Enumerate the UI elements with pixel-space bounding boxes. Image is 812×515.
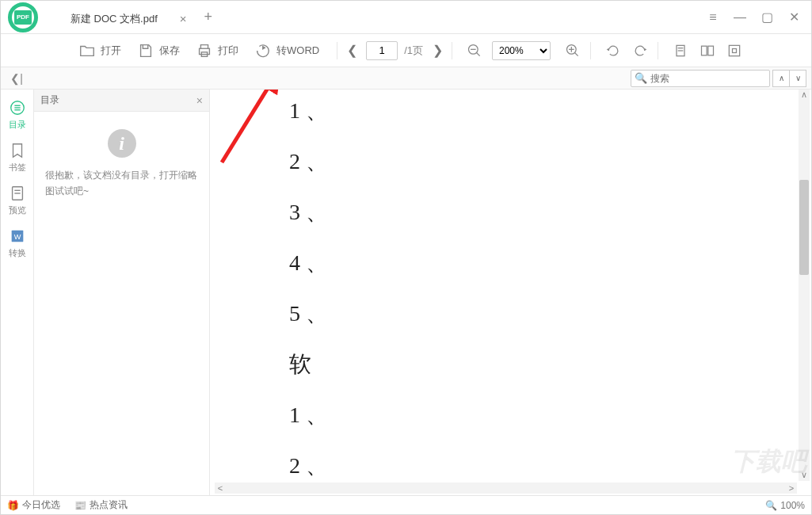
print-icon bbox=[196, 42, 213, 59]
print-button[interactable]: 打印 bbox=[191, 39, 243, 63]
document-line: 1 、 bbox=[289, 400, 797, 430]
new-tab-button[interactable]: + bbox=[204, 9, 213, 25]
document-line: 软 bbox=[289, 349, 797, 380]
info-icon: i bbox=[108, 129, 136, 158]
next-page-button[interactable]: ❯ bbox=[429, 43, 445, 58]
status-bar: 🎁 今日优选 📰 热点资讯 🔍 100% bbox=[1, 495, 811, 514]
status-featured-label: 今日优选 bbox=[22, 498, 60, 512]
rail-bookmarks[interactable]: 书签 bbox=[1, 137, 33, 180]
svg-line-3 bbox=[477, 52, 480, 55]
left-rail: 目录 书签 预览 W 转换 bbox=[1, 90, 34, 495]
preview-icon bbox=[9, 185, 26, 202]
rail-convert-label: 转换 bbox=[9, 247, 26, 259]
page-number-input[interactable] bbox=[366, 41, 398, 60]
sidebar-empty-message: 很抱歉，该文档没有目录，打开缩略图试试吧~ bbox=[45, 167, 198, 200]
vertical-scrollbar[interactable]: ∧ ∨ bbox=[799, 90, 810, 481]
rail-convert[interactable]: W 转换 bbox=[1, 223, 33, 265]
zoom-out-icon bbox=[467, 43, 482, 59]
status-news[interactable]: 📰 热点资讯 bbox=[74, 498, 128, 512]
fit-page-button[interactable] bbox=[723, 40, 745, 62]
app-logo: PDF bbox=[6, 0, 40, 35]
svg-rect-0 bbox=[200, 48, 210, 54]
rotate-left-icon bbox=[605, 43, 621, 59]
document-tab[interactable]: 新建 DOC 文档.pdf × bbox=[63, 7, 195, 32]
print-label: 打印 bbox=[218, 44, 238, 58]
single-page-view-button[interactable] bbox=[669, 40, 692, 62]
document-line: 4 、 bbox=[289, 248, 797, 278]
folder-icon bbox=[78, 42, 96, 59]
horizontal-scrollbar[interactable]: < > bbox=[215, 483, 797, 494]
search-box[interactable]: 🔍 bbox=[631, 70, 770, 87]
toolbar: 打开 保存 打印 转WORD ❮ /1页 ❯ 200% bbox=[1, 34, 811, 67]
rotate-right-icon bbox=[632, 43, 648, 59]
search-icon: 🔍 bbox=[631, 72, 650, 84]
zoom-select[interactable]: 200% bbox=[492, 41, 551, 60]
scroll-down-arrow-icon[interactable]: ∨ bbox=[801, 470, 807, 481]
rotate-left-button[interactable] bbox=[602, 40, 624, 62]
sidebar-close-icon[interactable]: × bbox=[196, 94, 203, 107]
search-prev-button[interactable]: ∧ bbox=[772, 70, 790, 87]
convert-word-button[interactable]: 转WORD bbox=[250, 39, 324, 63]
prev-page-button[interactable]: ❮ bbox=[344, 43, 360, 58]
minimize-icon[interactable]: — bbox=[734, 11, 746, 24]
document-line: 1 、 bbox=[289, 96, 797, 126]
bookmark-icon bbox=[9, 142, 26, 159]
rail-toc[interactable]: 目录 bbox=[1, 94, 33, 137]
sidebar-panel: 目录 × i 很抱歉，该文档没有目录，打开缩略图试试吧~ bbox=[34, 90, 210, 495]
svg-text:W: W bbox=[13, 233, 21, 241]
title-bar: PDF 新建 DOC 文档.pdf × + ≡ — ▢ ✕ bbox=[1, 1, 811, 34]
document-line: 2 、 bbox=[289, 147, 797, 177]
search-input[interactable] bbox=[650, 73, 769, 84]
rail-toc-label: 目录 bbox=[9, 119, 26, 131]
tab-title: 新建 DOC 文档.pdf bbox=[71, 12, 158, 26]
status-zoom-label: 100% bbox=[780, 500, 805, 511]
svg-rect-14 bbox=[729, 45, 739, 55]
two-page-icon bbox=[700, 43, 715, 59]
export-icon bbox=[254, 42, 272, 59]
save-button[interactable]: 保存 bbox=[132, 39, 185, 63]
svg-line-6 bbox=[575, 52, 578, 55]
rail-preview[interactable]: 预览 bbox=[1, 180, 33, 223]
rail-bookmarks-label: 书签 bbox=[9, 162, 26, 174]
open-button[interactable]: 打开 bbox=[74, 39, 126, 63]
secondary-bar: ❮| 🔍 ∧ ∨ bbox=[1, 67, 811, 90]
single-page-icon bbox=[673, 43, 688, 59]
save-label: 保存 bbox=[159, 44, 180, 58]
svg-rect-13 bbox=[708, 46, 714, 55]
close-window-icon[interactable]: ✕ bbox=[787, 11, 800, 24]
convert-word-label: 转WORD bbox=[276, 44, 319, 58]
status-featured[interactable]: 🎁 今日优选 bbox=[7, 498, 60, 512]
document-line: 2 、 bbox=[289, 451, 797, 481]
vertical-scroll-thumb[interactable] bbox=[799, 180, 809, 275]
zoom-in-button[interactable] bbox=[562, 40, 584, 62]
toc-icon bbox=[9, 99, 26, 116]
scroll-right-arrow-icon[interactable]: > bbox=[786, 483, 797, 493]
menu-icon[interactable]: ≡ bbox=[707, 11, 719, 24]
news-icon: 📰 bbox=[74, 500, 86, 511]
fit-page-icon bbox=[726, 43, 742, 59]
two-page-view-button[interactable] bbox=[696, 40, 719, 62]
scroll-left-arrow-icon[interactable]: < bbox=[215, 483, 226, 493]
zoom-status-icon: 🔍 bbox=[765, 500, 777, 511]
open-label: 打开 bbox=[101, 44, 121, 58]
sidebar-title: 目录 bbox=[40, 93, 59, 107]
svg-rect-12 bbox=[702, 46, 707, 55]
zoom-in-icon bbox=[565, 43, 581, 59]
document-page: 1 、2 、3 、4 、5 、软1 、2 、3 、4 、 bbox=[215, 90, 797, 481]
maximize-icon[interactable]: ▢ bbox=[761, 11, 773, 24]
scroll-up-arrow-icon[interactable]: ∧ bbox=[801, 90, 807, 101]
sidebar-header: 目录 × bbox=[34, 90, 209, 112]
search-next-button[interactable]: ∨ bbox=[789, 70, 806, 87]
zoom-out-button[interactable] bbox=[463, 40, 486, 62]
gift-icon: 🎁 bbox=[7, 500, 18, 511]
page-total-label: /1页 bbox=[404, 44, 423, 58]
collapse-sidebar-button[interactable]: ❮| bbox=[1, 72, 32, 85]
rail-preview-label: 预览 bbox=[9, 204, 26, 216]
document-viewport: 1 、2 、3 、4 、5 、软1 、2 、3 、4 、 ∧ ∨ < > 下载吧 bbox=[210, 90, 811, 495]
save-icon bbox=[137, 42, 154, 59]
status-zoom[interactable]: 🔍 100% bbox=[765, 500, 805, 511]
document-line: 5 、 bbox=[289, 299, 797, 329]
status-news-label: 热点资讯 bbox=[90, 498, 128, 512]
rotate-right-button[interactable] bbox=[629, 40, 651, 62]
tab-close-icon[interactable]: × bbox=[180, 12, 187, 25]
